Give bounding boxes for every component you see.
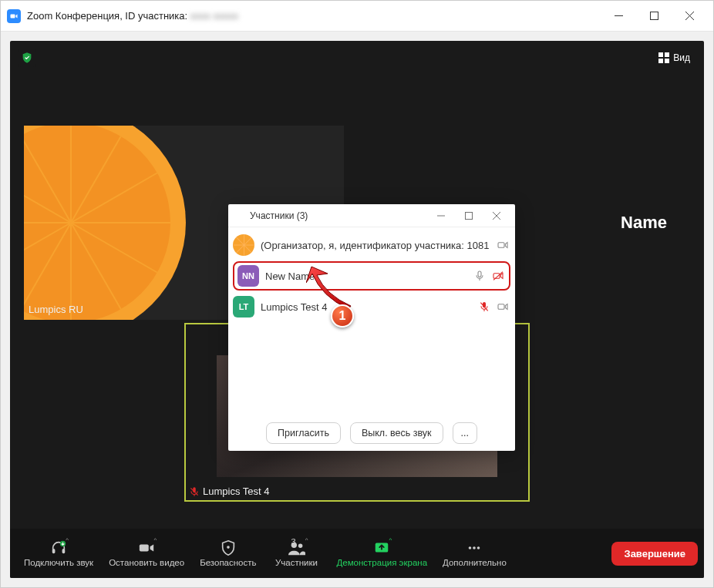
participants-more-button[interactable]: ... bbox=[453, 422, 477, 444]
toolbar-label: Демонстрация экрана bbox=[337, 558, 428, 567]
window-title-id: xxxx xxxxx bbox=[190, 10, 238, 22]
camera-on-icon bbox=[497, 239, 509, 251]
meeting-topbar: Вид bbox=[10, 41, 704, 75]
toolbar-label: Дополнительно bbox=[443, 558, 507, 567]
tile-name-large: Name bbox=[621, 213, 667, 233]
share-screen-icon bbox=[373, 539, 390, 556]
chevron-up-icon: ^ bbox=[305, 536, 308, 543]
camera-on-icon bbox=[497, 301, 509, 313]
svg-point-33 bbox=[477, 546, 480, 549]
tile-label: Lumpics Test 4 bbox=[203, 486, 269, 497]
participants-title: Участники (3) bbox=[250, 210, 308, 221]
meeting-toolbar: ^ Подключить звук ^ Остановить видео Без… bbox=[10, 529, 704, 578]
participant-name: (Организатор, я, идентификатор участника… bbox=[261, 240, 490, 251]
more-button[interactable]: Дополнительно bbox=[435, 536, 514, 570]
svg-rect-6 bbox=[665, 52, 669, 57]
shield-icon bbox=[220, 539, 237, 556]
window-title: Zoom Конференция, ID участника: xxxx xxx… bbox=[27, 10, 238, 22]
chevron-up-icon: ^ bbox=[66, 536, 69, 543]
share-screen-button[interactable]: ^ Демонстрация экрана bbox=[329, 536, 436, 570]
window-title-prefix: Zoom Конференция, ID участника: bbox=[27, 10, 187, 22]
participants-window: Участники (3) bbox=[228, 204, 515, 451]
svg-rect-22 bbox=[498, 304, 504, 310]
view-mode-button[interactable]: Вид bbox=[652, 49, 696, 66]
participant-row-new-name[interactable]: NN New Name bbox=[233, 261, 510, 291]
tile-label: Lumpics RU bbox=[29, 304, 83, 315]
zoom-logo-icon bbox=[233, 210, 245, 222]
svg-rect-23 bbox=[52, 549, 56, 553]
participant-name: New Name bbox=[265, 270, 467, 282]
maximize-button[interactable] bbox=[636, 1, 672, 32]
avatar-initials: LT bbox=[239, 302, 249, 311]
mic-muted-icon bbox=[478, 301, 490, 313]
end-meeting-button[interactable]: Завершение bbox=[611, 542, 698, 566]
tile-label-area: Lumpics Test 4 bbox=[189, 486, 269, 497]
toolbar-label: Участники bbox=[275, 558, 318, 567]
svg-point-32 bbox=[473, 546, 477, 549]
participants-titlebar: Участники (3) bbox=[228, 204, 515, 227]
svg-rect-13 bbox=[465, 212, 472, 219]
close-button[interactable] bbox=[672, 1, 707, 32]
svg-rect-24 bbox=[62, 549, 66, 553]
svg-rect-11 bbox=[234, 213, 241, 218]
app-window: Zoom Конференция, ID участника: xxxx xxx… bbox=[0, 0, 714, 588]
view-mode-label: Вид bbox=[673, 52, 690, 63]
toolbar-label: Безопасность bbox=[200, 558, 256, 567]
participants-count: 3 bbox=[291, 537, 295, 546]
svg-point-27 bbox=[227, 546, 230, 549]
toolbar-label: Остановить видео bbox=[109, 558, 184, 567]
grid-icon bbox=[658, 52, 669, 63]
avatar-initials: NN bbox=[242, 271, 254, 281]
mic-muted-icon bbox=[189, 486, 200, 497]
titlebar: Zoom Конференция, ID участника: xxxx xxx… bbox=[1, 1, 713, 32]
mic-on-icon bbox=[473, 270, 486, 282]
svg-rect-7 bbox=[658, 59, 663, 63]
avatar-orange-icon bbox=[24, 126, 186, 320]
svg-rect-26 bbox=[140, 544, 149, 551]
participant-name: Lumpics Test 4 bbox=[261, 301, 472, 313]
participants-footer: Пригласить Выкл. весь звук ... bbox=[228, 415, 515, 451]
video-icon bbox=[138, 539, 155, 556]
participants-close-button[interactable] bbox=[483, 204, 510, 227]
participants-button[interactable]: 3 ^ Участники bbox=[264, 536, 329, 570]
join-audio-button[interactable]: ^ Подключить звук bbox=[16, 536, 101, 570]
dots-icon bbox=[466, 539, 483, 556]
participant-row-lumpics-test-4[interactable]: LT Lumpics Test 4 bbox=[230, 292, 514, 321]
zoom-logo-icon bbox=[7, 9, 21, 23]
minimize-button[interactable] bbox=[601, 1, 636, 32]
avatar-icon: LT bbox=[233, 296, 254, 318]
participants-maximize-button[interactable] bbox=[455, 204, 483, 227]
chevron-up-icon: ^ bbox=[153, 536, 157, 543]
svg-rect-0 bbox=[11, 14, 15, 18]
chevron-up-icon: ^ bbox=[389, 536, 392, 543]
svg-rect-16 bbox=[498, 243, 504, 248]
toolbar-label: Подключить звук bbox=[24, 558, 93, 567]
meeting-area: Вид bbox=[10, 41, 704, 578]
participants-minimize-button[interactable] bbox=[427, 204, 455, 227]
mute-all-button[interactable]: Выкл. весь звук bbox=[350, 422, 443, 444]
avatar-icon: NN bbox=[237, 265, 259, 287]
svg-point-29 bbox=[298, 544, 302, 549]
participants-list: (Организатор, я, идентификатор участника… bbox=[228, 227, 515, 415]
svg-rect-5 bbox=[658, 52, 663, 57]
encryption-shield-icon[interactable] bbox=[18, 49, 36, 67]
invite-button[interactable]: Пригласить bbox=[266, 422, 341, 444]
headphones-icon bbox=[50, 539, 67, 556]
svg-rect-8 bbox=[665, 59, 669, 63]
avatar-icon bbox=[233, 234, 254, 256]
people-icon bbox=[287, 539, 307, 556]
svg-rect-2 bbox=[650, 12, 658, 20]
stop-video-button[interactable]: ^ Остановить видео bbox=[101, 536, 192, 570]
participant-row-host[interactable]: (Организатор, я, идентификатор участника… bbox=[230, 230, 514, 260]
security-button[interactable]: Безопасность bbox=[192, 536, 264, 570]
svg-point-31 bbox=[469, 546, 472, 549]
camera-off-icon bbox=[492, 270, 504, 282]
